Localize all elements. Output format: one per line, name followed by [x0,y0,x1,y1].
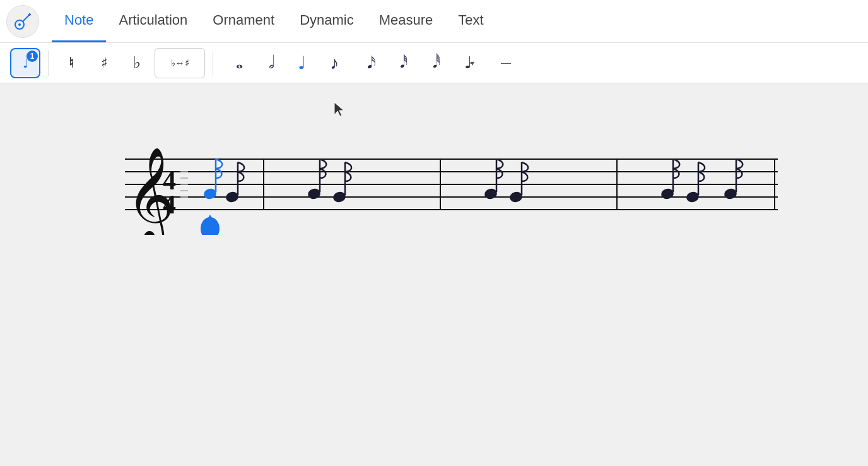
tab-articulation[interactable]: Articulation [106,0,200,42]
note-input-badge: 1 [26,51,38,62]
sixtyfourth-note-button[interactable]: 𝅘𝅥𝅱 [418,48,448,78]
more-options-icon: — [501,57,511,69]
toggle-accidental-button[interactable]: ♭↔♯ [155,48,205,78]
score-area: 𝄞 4 4 [0,83,868,466]
note-input-button[interactable]: ♩ 1 [10,48,40,78]
toolbar-divider-1 [48,51,49,76]
dropdown-arrow-icon: ▾ [471,59,474,68]
quarter-note-button[interactable]: ♩ [286,48,317,78]
toolbar-divider-2 [213,51,213,76]
eighth-note-button[interactable]: ♪ [319,48,349,78]
sharp-button[interactable]: ♯ [89,48,119,78]
sixteenth-note-button[interactable]: 𝅘𝅥𝅯 [352,48,382,78]
tab-text[interactable]: Text [445,0,496,42]
tab-dynamic[interactable]: Dynamic [287,0,367,42]
half-note-button[interactable]: 𝅗𝅥 [254,48,284,78]
staff-svg: 𝄞 4 4 [87,134,781,235]
flat-icon: ♭ [133,53,141,73]
more-options-button[interactable]: — [491,48,521,78]
toggle-accidental-icon: ♭↔♯ [171,57,189,69]
dotted-note-button[interactable]: ♩· ▾ [450,48,488,78]
eighth-note-icon: ♪ [330,53,339,73]
logo-button[interactable] [6,5,39,38]
thirtysecond-note-button[interactable]: 𝅘𝅥𝅰 [385,48,415,78]
whole-note-button[interactable]: 𝅝 [221,48,251,78]
quarter-note-icon: ♩ [298,52,306,73]
natural-icon: ♮ [69,55,74,71]
dotted-note-icon: ♩· [464,53,471,73]
guitar-icon [13,12,32,31]
svg-line-1 [23,15,30,21]
svg-text:4: 4 [163,190,176,219]
mouse-cursor [334,102,347,120]
svg-point-4 [18,23,21,26]
flat-button[interactable]: ♭ [122,48,152,78]
top-navigation: Note Articulation Ornament Dynamic Measu… [0,0,868,43]
tab-note[interactable]: Note [52,0,106,42]
nav-tabs: Note Articulation Ornament Dynamic Measu… [52,0,496,42]
note-toolbar: ♩ 1 ♮ ♯ ♭ ♭↔♯ 𝅝 𝅗𝅥 ♩ ♪ 𝅘𝅥𝅯 𝅘𝅥𝅰 [0,43,868,83]
tab-ornament[interactable]: Ornament [200,0,287,42]
sharp-icon: ♯ [101,55,108,71]
tab-measure[interactable]: Measure [367,0,446,42]
natural-button[interactable]: ♮ [56,48,86,78]
svg-marker-5 [334,102,344,116]
staff-container: 𝄞 4 4 [87,134,781,237]
